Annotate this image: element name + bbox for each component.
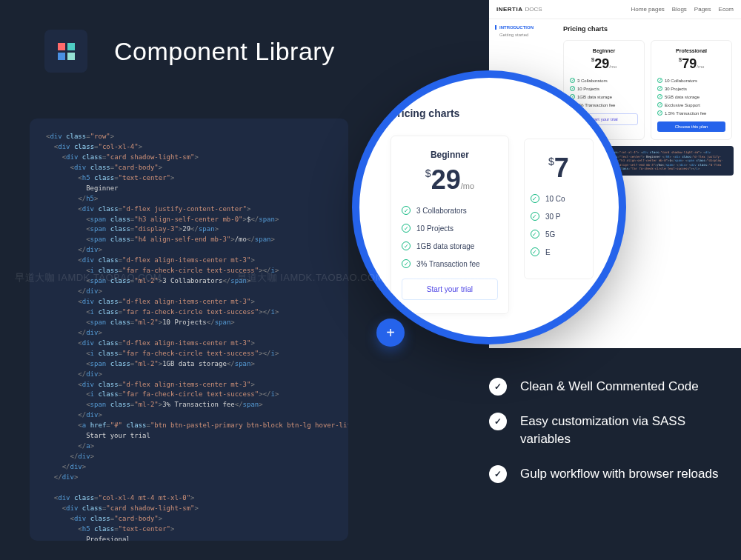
plus-button[interactable]: + [376,319,405,347]
feature-item: ✓1GB data storage [570,94,638,99]
feature-item: ✓10 Projects [570,86,638,91]
feature-list: ✓Clean & Well Commented Code✓Easy custom… [489,378,726,500]
zoom-card-right: $7 ✓10 Co✓30 P✓5G✓E [524,139,594,279]
feature-row: ✓Easy customization via SASS variables [489,413,726,449]
zoom-feature: ✓10 Projects [402,224,498,233]
docs-heading: Pricing charts [563,25,734,33]
docs-brand-sub: DOCS [525,6,542,13]
check-icon: ✓ [657,102,662,107]
zoom-heading: Pricing charts [391,107,509,119]
check-icon: ✓ [402,206,411,215]
feature-item: ✓5GB data storage [657,94,725,99]
price: $29/mo [570,56,638,72]
page-title: Component Library [114,37,335,66]
check-icon: ✓ [402,224,411,233]
sidebar-intro[interactable]: INTRODUCTION [495,25,550,30]
zoom-feature: ✓10 Co [531,194,587,203]
zoom-tier: Beginner [402,150,498,160]
check-icon: ✓ [570,86,575,91]
check-icon: ✓ [657,110,662,116]
check-icon: ✓ [657,94,662,99]
zoom-lens: Pricing charts Beginner $29/mo ✓3 Collab… [352,70,626,344]
nav-link[interactable]: Blogs [672,6,687,13]
pricing-card: Professional$79/mo✓10 Collaborators✓30 P… [651,40,732,140]
feature-item: ✓3 Collaborators [570,78,638,83]
check-icon: ✓ [531,247,539,256]
feature-item: ✓30 Projects [657,86,725,91]
check-icon: ✓ [489,413,507,430]
feature-item: ✓10 Collaborators [657,78,725,83]
check-icon: ✓ [570,78,575,83]
zoom-feature: ✓E [531,247,587,256]
docs-brand: INERTIA [496,6,523,13]
nav-link[interactable]: Ecom [719,6,734,13]
logo-icon [44,30,87,73]
check-icon: ✓ [489,465,507,483]
zoom-price: $29/mo [402,164,498,196]
nav-link[interactable]: Home pages [631,6,664,13]
price: $79/mo [657,56,725,72]
zoom-feature: ✓1GB data storage [402,241,498,250]
check-icon: ✓ [531,212,539,221]
sidebar-item[interactable]: Getting started [495,33,550,37]
check-icon: ✓ [531,194,539,203]
check-icon: ✓ [402,259,411,268]
code-panel: <div class="row"> <div class="col-xl-4">… [30,119,348,541]
check-icon: ✓ [489,378,507,396]
feature-row: ✓Gulp workflow with browser reloads [489,465,726,484]
docs-navbar: INERTIA DOCS Home pagesBlogsPagesEcom [489,0,741,19]
feature-item: ✓1.5% Transaction fee [657,110,725,116]
check-icon: ✓ [402,241,411,250]
feature-row: ✓Clean & Well Commented Code [489,378,726,396]
tier-name: Beginner [570,48,638,53]
feature-text: Easy customization via SASS variables [520,413,726,449]
zoom-feature: ✓30 P [531,212,587,221]
nav-link[interactable]: Pages [694,6,711,13]
feature-item: ✓Exclusive Support [657,102,725,107]
zoom-cta-button[interactable]: Start your trial [402,279,498,300]
zoom-card-beginner: Beginner $29/mo ✓3 Collaborators✓10 Proj… [391,136,509,314]
check-icon: ✓ [531,230,539,239]
zoom-feature: ✓3% Transaction fee [402,259,498,268]
tier-name: Professional [657,48,725,53]
check-icon: ✓ [657,78,662,83]
feature-text: Gulp workflow with browser reloads [520,465,718,484]
zoom-feature: ✓3 Collaborators [402,206,498,215]
zoom-feature: ✓5G [531,230,587,239]
feature-text: Clean & Well Commented Code [520,378,699,396]
cta-button[interactable]: Choose this plan [657,121,725,132]
check-icon: ✓ [657,86,662,91]
